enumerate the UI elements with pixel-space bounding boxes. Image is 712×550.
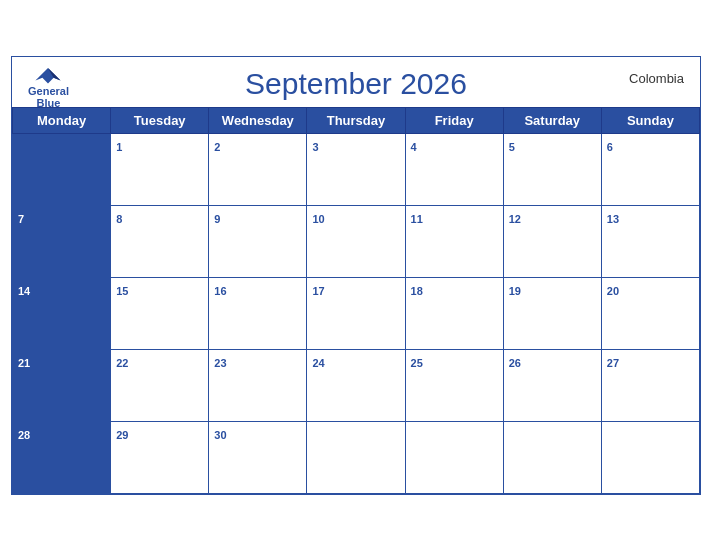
day-number: 16	[214, 285, 226, 297]
day-number: 7	[18, 213, 24, 225]
day-number: 4	[411, 141, 417, 153]
calendar-cell: 2	[209, 133, 307, 205]
country-label: Colombia	[629, 71, 684, 86]
calendar-cell: 24	[307, 349, 405, 421]
calendar-cell: 23	[209, 349, 307, 421]
calendar-cell: 5	[503, 133, 601, 205]
day-number: 6	[607, 141, 613, 153]
day-number: 14	[18, 285, 30, 297]
calendar-cell: 1	[111, 133, 209, 205]
col-wednesday: Wednesday	[209, 107, 307, 133]
day-number: 19	[509, 285, 521, 297]
day-number: 26	[509, 357, 521, 369]
col-monday: Monday	[13, 107, 111, 133]
day-number: 3	[312, 141, 318, 153]
day-number: 11	[411, 213, 423, 225]
calendar-cell: 11	[405, 205, 503, 277]
calendar-cell: 17	[307, 277, 405, 349]
calendar-cell: 29	[111, 421, 209, 493]
calendar-cell: 18	[405, 277, 503, 349]
calendar-cell: 25	[405, 349, 503, 421]
calendar-header: General Blue September 2026 Colombia	[12, 57, 700, 107]
weekday-header-row: Monday Tuesday Wednesday Thursday Friday…	[13, 107, 700, 133]
calendar-cell: 12	[503, 205, 601, 277]
calendar-cell: 7	[13, 205, 111, 277]
calendar-cell: 10	[307, 205, 405, 277]
day-number: 21	[18, 357, 30, 369]
calendar: General Blue September 2026 Colombia Mon…	[11, 56, 701, 495]
calendar-week-row: 14151617181920	[13, 277, 700, 349]
logo-bird-icon	[34, 65, 62, 85]
day-number: 23	[214, 357, 226, 369]
calendar-cell: 26	[503, 349, 601, 421]
day-number: 28	[18, 429, 30, 441]
day-number: 2	[214, 141, 220, 153]
col-friday: Friday	[405, 107, 503, 133]
day-number: 1	[116, 141, 122, 153]
month-title: September 2026	[245, 67, 467, 101]
calendar-cell: 14	[13, 277, 111, 349]
calendar-cell: 6	[601, 133, 699, 205]
calendar-cell: 20	[601, 277, 699, 349]
day-number: 22	[116, 357, 128, 369]
calendar-cell: 13	[601, 205, 699, 277]
day-number: 17	[312, 285, 324, 297]
calendar-cell: 30	[209, 421, 307, 493]
calendar-week-row: 21222324252627	[13, 349, 700, 421]
day-number: 12	[509, 213, 521, 225]
calendar-cell	[503, 421, 601, 493]
logo-blue: Blue	[37, 97, 61, 109]
calendar-cell	[405, 421, 503, 493]
day-number: 15	[116, 285, 128, 297]
col-tuesday: Tuesday	[111, 107, 209, 133]
calendar-cell	[13, 133, 111, 205]
calendar-cell: 28	[13, 421, 111, 493]
col-sunday: Sunday	[601, 107, 699, 133]
day-number: 10	[312, 213, 324, 225]
day-number: 30	[214, 429, 226, 441]
day-number: 25	[411, 357, 423, 369]
day-number: 24	[312, 357, 324, 369]
logo-general: General	[28, 85, 69, 97]
calendar-cell: 9	[209, 205, 307, 277]
calendar-cell: 4	[405, 133, 503, 205]
calendar-cell: 21	[13, 349, 111, 421]
col-saturday: Saturday	[503, 107, 601, 133]
day-number: 9	[214, 213, 220, 225]
day-number: 20	[607, 285, 619, 297]
calendar-cell: 15	[111, 277, 209, 349]
calendar-week-row: 123456	[13, 133, 700, 205]
svg-marker-0	[36, 68, 61, 83]
calendar-cell: 8	[111, 205, 209, 277]
calendar-cell: 19	[503, 277, 601, 349]
day-number: 13	[607, 213, 619, 225]
day-number: 5	[509, 141, 515, 153]
calendar-cell	[307, 421, 405, 493]
calendar-table: Monday Tuesday Wednesday Thursday Friday…	[12, 107, 700, 494]
calendar-cell: 16	[209, 277, 307, 349]
day-number: 8	[116, 213, 122, 225]
calendar-cell	[601, 421, 699, 493]
calendar-cell: 27	[601, 349, 699, 421]
col-thursday: Thursday	[307, 107, 405, 133]
calendar-cell: 3	[307, 133, 405, 205]
calendar-week-row: 78910111213	[13, 205, 700, 277]
day-number: 27	[607, 357, 619, 369]
calendar-cell: 22	[111, 349, 209, 421]
calendar-week-row: 282930	[13, 421, 700, 493]
logo: General Blue	[28, 65, 69, 109]
day-number: 18	[411, 285, 423, 297]
day-number: 29	[116, 429, 128, 441]
